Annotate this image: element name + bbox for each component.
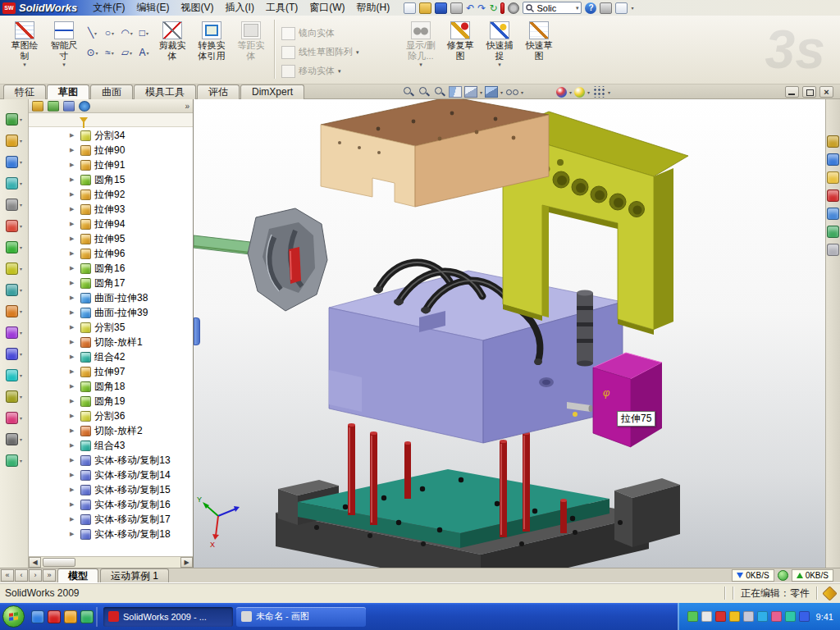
close-icon[interactable]: × (819, 86, 833, 98)
scrollbar-thumb[interactable] (43, 558, 75, 567)
help-icon[interactable]: ? (585, 2, 596, 14)
ribbon-button[interactable]: 草图绘 制 ▾ (5, 18, 44, 80)
dropdown-arrow-icon[interactable]: ▾ (338, 68, 341, 74)
menu-item[interactable]: 工具(T) (260, 0, 304, 16)
zoom-area-icon[interactable] (418, 86, 431, 98)
tray-icon[interactable] (743, 611, 754, 622)
expand-arrow-icon[interactable]: ▶ (70, 265, 77, 272)
tree-item[interactable]: ▶ 实体-移动/复制16 (29, 497, 193, 512)
menu-item[interactable]: 文件(F) (87, 0, 130, 16)
ribbon-button[interactable]: 快速捕 捉 ▾ (480, 18, 519, 80)
edit-appearance-icon[interactable] (556, 87, 567, 98)
dropdown-arrow-icon[interactable]: ▾ (62, 62, 66, 67)
taskbar-task-button[interactable]: SolidWorks 2009 - ... (103, 607, 233, 627)
dropdown-arrow-icon[interactable]: ▾ (20, 138, 22, 144)
expand-arrow-icon[interactable]: ▶ (70, 354, 77, 360)
left-toolbar-button[interactable]: ▾ (6, 345, 22, 363)
left-toolbar-button[interactable]: ▾ (6, 195, 22, 213)
display-style-icon[interactable] (485, 86, 498, 98)
expand-arrow-icon[interactable]: ▶ (70, 531, 77, 537)
configurationmanager-tab-icon[interactable] (63, 101, 75, 112)
dropdown-arrow-icon[interactable]: ▾ (130, 30, 133, 36)
minimize-icon[interactable] (785, 86, 799, 98)
tree-item[interactable]: ▶ 拉伸92 (29, 187, 193, 202)
task-pane-icon[interactable] (827, 244, 839, 256)
ribbon-button[interactable]: 修复草 图 (441, 18, 480, 80)
tree-item[interactable]: ▶ 分割34 (29, 128, 193, 143)
undo-icon[interactable]: ↶ (466, 2, 474, 14)
left-toolbar-button[interactable]: ▾ (6, 110, 22, 128)
dropdown-arrow-icon[interactable]: ▾ (20, 116, 22, 122)
tab-scroll-button[interactable]: › (29, 569, 42, 582)
tree-item[interactable]: ▶ 实体-移动/复制14 (29, 468, 193, 482)
tree-item[interactable]: ▶ 实体-移动/复制13 (29, 453, 193, 468)
dropdown-arrow-icon[interactable]: ▾ (112, 30, 114, 36)
tree-item[interactable]: ▶ 拉伸97 (29, 364, 193, 379)
section-view-icon[interactable] (449, 86, 462, 98)
dropdown-arrow-icon[interactable]: ▾ (20, 394, 22, 399)
tree-item[interactable]: ▶ 实体-移动/复制18 (29, 527, 193, 541)
task-pane-icon[interactable] (827, 135, 839, 148)
tab-scroll-button[interactable]: ‹ (15, 569, 28, 582)
tree-item[interactable]: ▶ 切除-放样2 (29, 423, 193, 438)
document-tab[interactable]: 运动算例 1 (100, 568, 169, 582)
panel-splitter-handle[interactable] (194, 317, 200, 345)
expand-arrow-icon[interactable]: ▶ (70, 516, 77, 523)
left-toolbar-button[interactable]: ▾ (6, 259, 22, 277)
task-pane-icon[interactable] (827, 153, 839, 166)
command-tab[interactable]: 曲面 (90, 84, 133, 99)
task-pane-icon[interactable] (827, 226, 839, 238)
left-toolbar-button[interactable]: ▾ (6, 238, 22, 256)
quick-launch-icon[interactable] (48, 610, 61, 623)
task-pane-icon[interactable] (827, 208, 839, 220)
dropdown-arrow-icon[interactable]: ▾ (130, 50, 132, 56)
model-view[interactable]: φ Y X (194, 99, 825, 568)
toolbar-chevron-icon[interactable]: ▾ (631, 5, 633, 11)
left-toolbar-button[interactable]: ▾ (6, 281, 22, 299)
apply-scene-icon[interactable] (574, 87, 585, 98)
dropdown-arrow-icon[interactable]: ▾ (20, 436, 22, 442)
dropdown-arrow-icon[interactable]: ▾ (20, 202, 22, 208)
dropdown-arrow-icon[interactable]: ▾ (20, 244, 22, 250)
dropdown-arrow-icon[interactable]: ▾ (20, 458, 22, 463)
filter-icon[interactable] (80, 117, 88, 123)
document-tab[interactable]: 模型 (57, 568, 98, 582)
menu-item[interactable]: 编辑(E) (131, 0, 176, 16)
dropdown-arrow-icon[interactable]: ▾ (20, 223, 22, 229)
dropdown-arrow-icon[interactable]: ▾ (20, 266, 22, 272)
search-input[interactable]: Solic (536, 3, 556, 13)
sketch-entity-button[interactable]: □ ▾ (135, 23, 153, 43)
expand-arrow-icon[interactable]: ▶ (70, 472, 77, 478)
sketch-entity-button[interactable]: ≈ ▾ (101, 43, 118, 62)
zoom-fit-icon[interactable] (402, 86, 415, 98)
tray-icon[interactable] (785, 611, 796, 622)
tree-item[interactable]: ▶ 拉伸96 (29, 246, 193, 261)
expand-arrow-icon[interactable]: ▶ (70, 294, 77, 301)
graphics-area[interactable]: φ Y X 拉伸75 (194, 99, 825, 568)
dropdown-arrow-icon[interactable]: ▾ (20, 351, 22, 357)
ribbon-button[interactable]: 等距实 体 (231, 18, 271, 80)
hide-show-items-icon[interactable] (505, 86, 518, 98)
tray-icon[interactable] (757, 611, 768, 622)
tray-icon[interactable] (715, 611, 726, 622)
menu-item[interactable]: 窗口(W) (304, 0, 350, 16)
sketch-entity-button[interactable]: ◠ ▾ (118, 23, 135, 43)
expand-arrow-icon[interactable]: ▶ (70, 235, 77, 242)
ribbon-button[interactable]: 线性草图阵列 ▾ (278, 43, 367, 61)
sketch-entity-button[interactable]: ○ ▾ (101, 23, 118, 43)
tray-icon[interactable] (701, 611, 712, 622)
dropdown-arrow-icon[interactable]: ▾ (96, 50, 98, 56)
ribbon-button[interactable]: 转换实 体引用 (192, 18, 231, 80)
sketch-entity-button[interactable]: ▱ ▾ (118, 43, 135, 62)
tree-item[interactable]: ▶ 实体-移动/复制15 (29, 482, 193, 497)
tray-icon[interactable] (799, 611, 810, 622)
tray-icon[interactable] (687, 611, 698, 622)
options-icon[interactable] (508, 2, 519, 14)
tree-horizontal-scrollbar[interactable]: ◀ ▶ (29, 556, 193, 568)
expand-arrow-icon[interactable]: ▶ (70, 132, 77, 139)
left-toolbar-button[interactable]: ▾ (6, 387, 22, 405)
previous-view-icon[interactable] (433, 86, 446, 98)
expand-arrow-icon[interactable]: ▶ (70, 280, 77, 286)
dropdown-arrow-icon[interactable]: ▾ (20, 415, 22, 421)
tray-icon[interactable] (771, 611, 782, 622)
